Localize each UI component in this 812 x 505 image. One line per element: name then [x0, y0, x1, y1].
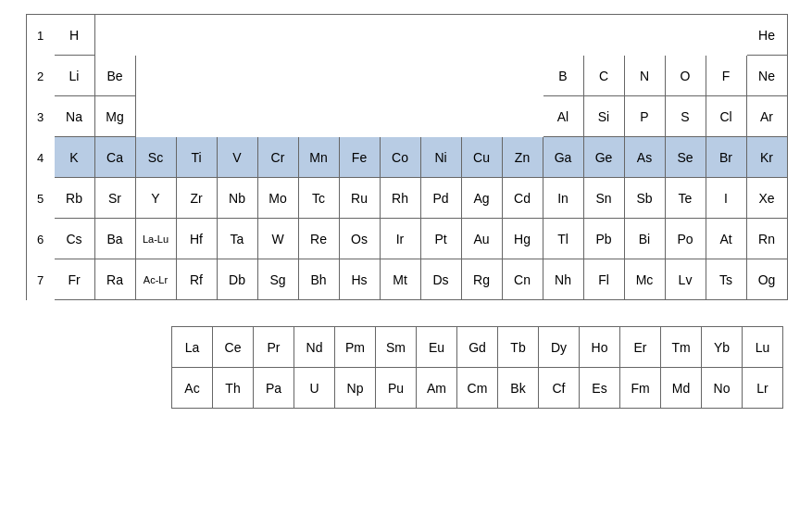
- lanthanide-Tm[interactable]: Tm: [661, 327, 702, 368]
- element-Rn[interactable]: Rn: [747, 219, 788, 259]
- actinide-Bk[interactable]: Bk: [498, 368, 539, 409]
- element-N[interactable]: N: [625, 56, 666, 96]
- element-Fe[interactable]: Fe: [340, 137, 381, 178]
- element-Ra[interactable]: Ra: [95, 259, 136, 300]
- element-Sn[interactable]: Sn: [584, 178, 625, 219]
- lanthanide-Nd[interactable]: Nd: [294, 327, 335, 368]
- element-P[interactable]: P: [625, 96, 666, 137]
- actinide-U[interactable]: U: [294, 368, 335, 409]
- actinide-Fm[interactable]: Fm: [620, 368, 661, 409]
- element-Rb[interactable]: Rb: [55, 178, 95, 219]
- element-K[interactable]: K: [55, 137, 95, 178]
- element-Hs[interactable]: Hs: [340, 259, 381, 300]
- actinide-Am[interactable]: Am: [417, 368, 457, 409]
- actinide-No[interactable]: No: [702, 368, 743, 409]
- element-Se[interactable]: Se: [666, 137, 706, 178]
- element-Te[interactable]: Te: [666, 178, 706, 219]
- element-C[interactable]: C: [584, 56, 625, 96]
- lanthanide-Er[interactable]: Er: [620, 327, 661, 368]
- element-Cn[interactable]: Cn: [503, 259, 543, 300]
- element-Hf[interactable]: Hf: [177, 219, 218, 259]
- actinide-Cf[interactable]: Cf: [539, 368, 580, 409]
- element-Cd[interactable]: Cd: [503, 178, 543, 219]
- element-Rh[interactable]: Rh: [381, 178, 421, 219]
- element-Lv[interactable]: Lv: [666, 259, 706, 300]
- actinide-Cm[interactable]: Cm: [457, 368, 498, 409]
- element-Al[interactable]: Al: [543, 96, 584, 137]
- element-Mc[interactable]: Mc: [625, 259, 666, 300]
- element-Ne[interactable]: Ne: [747, 56, 788, 96]
- element-Sc[interactable]: Sc: [136, 137, 177, 178]
- element-Po[interactable]: Po: [666, 219, 706, 259]
- element-Mo[interactable]: Mo: [258, 178, 299, 219]
- element-Nb[interactable]: Nb: [218, 178, 258, 219]
- lanthanide-Tb[interactable]: Tb: [498, 327, 539, 368]
- element-Xe[interactable]: Xe: [747, 178, 788, 219]
- element-Sr[interactable]: Sr: [95, 178, 136, 219]
- element-H[interactable]: H: [55, 15, 95, 56]
- lanthanide-La[interactable]: La: [172, 327, 213, 368]
- element-I[interactable]: I: [706, 178, 747, 219]
- element-O[interactable]: O: [666, 56, 706, 96]
- element-Ta[interactable]: Ta: [218, 219, 258, 259]
- element-Y[interactable]: Y: [136, 178, 177, 219]
- element-He[interactable]: He: [747, 15, 788, 56]
- lanthanide-Ho[interactable]: Ho: [580, 327, 620, 368]
- element-Cr[interactable]: Cr: [258, 137, 299, 178]
- lanthanide-Yb[interactable]: Yb: [702, 327, 743, 368]
- lanthanide-Sm[interactable]: Sm: [376, 327, 417, 368]
- element-Nh[interactable]: Nh: [543, 259, 584, 300]
- actinide-Md[interactable]: Md: [661, 368, 702, 409]
- element-Rg[interactable]: Rg: [462, 259, 503, 300]
- actinide-Lr[interactable]: Lr: [743, 368, 783, 409]
- element-Ru[interactable]: Ru: [340, 178, 381, 219]
- lanthanide-Ce[interactable]: Ce: [213, 327, 254, 368]
- element-W[interactable]: W: [258, 219, 299, 259]
- lanthanide-Gd[interactable]: Gd: [457, 327, 498, 368]
- element-Si[interactable]: Si: [584, 96, 625, 137]
- element-Bh[interactable]: Bh: [299, 259, 340, 300]
- element-Ba[interactable]: Ba: [95, 219, 136, 259]
- element-Mg[interactable]: Mg: [95, 96, 136, 137]
- element-Ni[interactable]: Ni: [421, 137, 462, 178]
- element-Ir[interactable]: Ir: [381, 219, 421, 259]
- element-Pd[interactable]: Pd: [421, 178, 462, 219]
- element-V[interactable]: V: [218, 137, 258, 178]
- actinide-Pa[interactable]: Pa: [254, 368, 294, 409]
- actinide-Np[interactable]: Np: [335, 368, 376, 409]
- element-At[interactable]: At: [706, 219, 747, 259]
- actinide-Es[interactable]: Es: [580, 368, 620, 409]
- element-B[interactable]: B: [543, 56, 584, 96]
- actinide-Pu[interactable]: Pu: [376, 368, 417, 409]
- element-Ds[interactable]: Ds: [421, 259, 462, 300]
- element-Mt[interactable]: Mt: [381, 259, 421, 300]
- element-Cl[interactable]: Cl: [706, 96, 747, 137]
- element-Be[interactable]: Be: [95, 56, 136, 96]
- element-Pb[interactable]: Pb: [584, 219, 625, 259]
- lanthanide-Pr[interactable]: Pr: [254, 327, 294, 368]
- element-Og[interactable]: Og: [747, 259, 788, 300]
- element-Os[interactable]: Os: [340, 219, 381, 259]
- element-S[interactable]: S: [666, 96, 706, 137]
- element-Ca[interactable]: Ca: [95, 137, 136, 178]
- element-Tc[interactable]: Tc: [299, 178, 340, 219]
- element-F[interactable]: F: [706, 56, 747, 96]
- element-Db[interactable]: Db: [218, 259, 258, 300]
- element-Pt[interactable]: Pt: [421, 219, 462, 259]
- element-Fl[interactable]: Fl: [584, 259, 625, 300]
- element-Bi[interactable]: Bi: [625, 219, 666, 259]
- element-Sb[interactable]: Sb: [625, 178, 666, 219]
- element-Ts[interactable]: Ts: [706, 259, 747, 300]
- element-Zn[interactable]: Zn: [503, 137, 543, 178]
- lanthanide-Pm[interactable]: Pm: [335, 327, 376, 368]
- element-Ge[interactable]: Ge: [584, 137, 625, 178]
- actinide-Th[interactable]: Th: [213, 368, 254, 409]
- element-Fr[interactable]: Fr: [55, 259, 95, 300]
- element-Au[interactable]: Au: [462, 219, 503, 259]
- element-Cs[interactable]: Cs: [55, 219, 95, 259]
- element-Na[interactable]: Na: [55, 96, 95, 137]
- element-Mn[interactable]: Mn: [299, 137, 340, 178]
- element-As[interactable]: As: [625, 137, 666, 178]
- lanthanide-Lu[interactable]: Lu: [743, 327, 783, 368]
- element-Zr[interactable]: Zr: [177, 178, 218, 219]
